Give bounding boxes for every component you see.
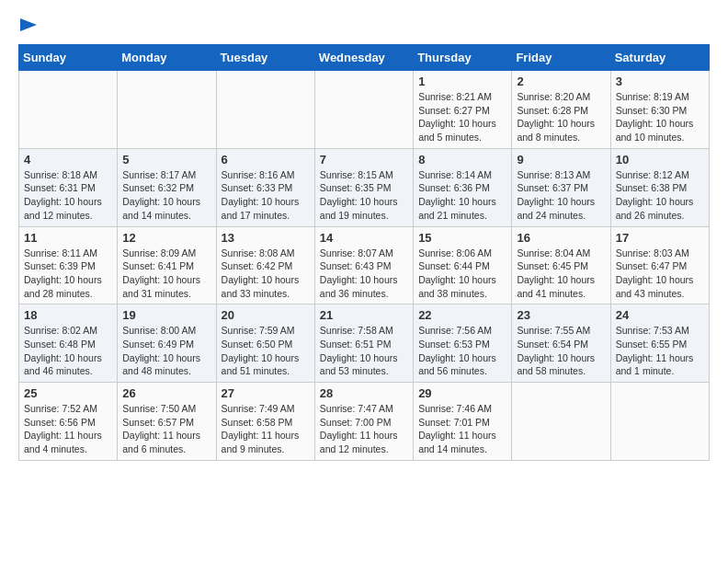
day-cell: 28Sunrise: 7:47 AMSunset: 7:00 PMDayligh… xyxy=(314,383,413,461)
day-cell: 29Sunrise: 7:46 AMSunset: 7:01 PMDayligh… xyxy=(414,383,512,461)
day-number: 18 xyxy=(24,308,112,322)
day-number: 26 xyxy=(122,386,210,400)
day-cell xyxy=(216,71,314,149)
week-row-4: 25Sunrise: 7:52 AMSunset: 6:56 PMDayligh… xyxy=(19,383,710,461)
day-detail: Sunrise: 8:02 AMSunset: 6:48 PMDaylight:… xyxy=(24,324,112,378)
week-row-2: 11Sunrise: 8:11 AMSunset: 6:39 PMDayligh… xyxy=(19,226,710,304)
day-cell: 17Sunrise: 8:03 AMSunset: 6:47 PMDayligh… xyxy=(610,226,709,304)
day-detail: Sunrise: 8:20 AMSunset: 6:28 PMDaylight:… xyxy=(517,90,605,144)
day-number: 14 xyxy=(320,231,408,245)
day-cell: 12Sunrise: 8:09 AMSunset: 6:41 PMDayligh… xyxy=(118,226,216,304)
header-thursday: Thursday xyxy=(414,45,512,71)
day-detail: Sunrise: 8:11 AMSunset: 6:39 PMDaylight:… xyxy=(24,247,112,301)
day-number: 22 xyxy=(418,308,506,322)
day-detail: Sunrise: 7:53 AMSunset: 6:55 PMDaylight:… xyxy=(616,324,704,378)
day-detail: Sunrise: 7:47 AMSunset: 7:00 PMDaylight:… xyxy=(320,402,408,456)
day-number: 3 xyxy=(616,75,704,88)
day-number: 13 xyxy=(222,231,310,245)
day-cell: 26Sunrise: 7:50 AMSunset: 6:57 PMDayligh… xyxy=(118,383,216,461)
day-cell: 27Sunrise: 7:49 AMSunset: 6:58 PMDayligh… xyxy=(216,383,314,461)
week-row-3: 18Sunrise: 8:02 AMSunset: 6:48 PMDayligh… xyxy=(19,304,710,383)
day-detail: Sunrise: 7:50 AMSunset: 6:57 PMDaylight:… xyxy=(122,402,210,456)
day-cell: 15Sunrise: 8:06 AMSunset: 6:44 PMDayligh… xyxy=(414,226,512,304)
header-saturday: Saturday xyxy=(610,45,709,71)
day-cell: 8Sunrise: 8:14 AMSunset: 6:36 PMDaylight… xyxy=(414,148,512,226)
day-number: 24 xyxy=(616,308,704,322)
day-cell: 22Sunrise: 7:56 AMSunset: 6:53 PMDayligh… xyxy=(414,304,512,383)
day-cell: 14Sunrise: 8:07 AMSunset: 6:43 PMDayligh… xyxy=(314,226,413,304)
day-number: 20 xyxy=(222,308,310,322)
day-number: 6 xyxy=(222,153,310,167)
day-cell: 11Sunrise: 8:11 AMSunset: 6:39 PMDayligh… xyxy=(19,226,118,304)
header-row: SundayMondayTuesdayWednesdayThursdayFrid… xyxy=(19,45,710,71)
day-number: 19 xyxy=(122,308,210,322)
logo-arrow-icon xyxy=(20,18,37,31)
day-detail: Sunrise: 8:04 AMSunset: 6:45 PMDaylight:… xyxy=(517,247,605,301)
day-cell xyxy=(118,71,216,149)
day-detail: Sunrise: 8:06 AMSunset: 6:44 PMDaylight:… xyxy=(418,247,506,301)
day-detail: Sunrise: 7:52 AMSunset: 6:56 PMDaylight:… xyxy=(24,402,112,456)
page-header xyxy=(18,18,710,35)
day-cell: 7Sunrise: 8:15 AMSunset: 6:35 PMDaylight… xyxy=(314,148,413,226)
day-number: 2 xyxy=(517,75,605,88)
day-number: 15 xyxy=(418,231,506,245)
day-cell: 20Sunrise: 7:59 AMSunset: 6:50 PMDayligh… xyxy=(216,304,314,383)
day-detail: Sunrise: 8:14 AMSunset: 6:36 PMDaylight:… xyxy=(418,168,506,223)
day-number: 23 xyxy=(517,308,605,322)
day-number: 16 xyxy=(517,231,605,245)
header-sunday: Sunday xyxy=(19,45,118,71)
calendar-table: SundayMondayTuesdayWednesdayThursdayFrid… xyxy=(18,44,710,461)
day-cell: 6Sunrise: 8:16 AMSunset: 6:33 PMDaylight… xyxy=(216,148,314,226)
week-row-1: 4Sunrise: 8:18 AMSunset: 6:31 PMDaylight… xyxy=(19,148,710,226)
day-number: 25 xyxy=(24,386,112,400)
day-number: 5 xyxy=(122,153,210,167)
day-cell xyxy=(314,71,413,149)
day-cell: 18Sunrise: 8:02 AMSunset: 6:48 PMDayligh… xyxy=(19,304,118,383)
day-detail: Sunrise: 7:49 AMSunset: 6:58 PMDaylight:… xyxy=(222,402,310,456)
day-cell xyxy=(610,383,709,461)
day-cell: 2Sunrise: 8:20 AMSunset: 6:28 PMDaylight… xyxy=(512,71,610,149)
day-detail: Sunrise: 8:09 AMSunset: 6:41 PMDaylight:… xyxy=(122,247,210,301)
day-number: 4 xyxy=(24,153,112,167)
day-cell: 25Sunrise: 7:52 AMSunset: 6:56 PMDayligh… xyxy=(19,383,118,461)
day-detail: Sunrise: 8:13 AMSunset: 6:37 PMDaylight:… xyxy=(517,168,605,223)
day-cell: 19Sunrise: 8:00 AMSunset: 6:49 PMDayligh… xyxy=(118,304,216,383)
day-number: 11 xyxy=(24,231,112,245)
day-cell: 9Sunrise: 8:13 AMSunset: 6:37 PMDaylight… xyxy=(512,148,610,226)
day-number: 17 xyxy=(616,231,704,245)
day-detail: Sunrise: 8:21 AMSunset: 6:27 PMDaylight:… xyxy=(418,90,506,144)
day-cell: 16Sunrise: 8:04 AMSunset: 6:45 PMDayligh… xyxy=(512,226,610,304)
day-number: 1 xyxy=(418,75,506,88)
day-detail: Sunrise: 7:59 AMSunset: 6:50 PMDaylight:… xyxy=(222,324,310,378)
day-cell: 23Sunrise: 7:55 AMSunset: 6:54 PMDayligh… xyxy=(512,304,610,383)
day-detail: Sunrise: 8:18 AMSunset: 6:31 PMDaylight:… xyxy=(24,168,112,223)
day-detail: Sunrise: 8:19 AMSunset: 6:30 PMDaylight:… xyxy=(616,90,704,144)
day-detail: Sunrise: 8:08 AMSunset: 6:42 PMDaylight:… xyxy=(222,247,310,301)
header-friday: Friday xyxy=(512,45,610,71)
day-cell: 10Sunrise: 8:12 AMSunset: 6:38 PMDayligh… xyxy=(610,148,709,226)
header-monday: Monday xyxy=(118,45,216,71)
day-number: 29 xyxy=(418,386,506,400)
day-cell: 24Sunrise: 7:53 AMSunset: 6:55 PMDayligh… xyxy=(610,304,709,383)
day-number: 8 xyxy=(418,153,506,167)
day-cell: 5Sunrise: 8:17 AMSunset: 6:32 PMDaylight… xyxy=(118,148,216,226)
day-detail: Sunrise: 8:00 AMSunset: 6:49 PMDaylight:… xyxy=(122,324,210,378)
day-cell: 21Sunrise: 7:58 AMSunset: 6:51 PMDayligh… xyxy=(314,304,413,383)
logo xyxy=(18,18,37,35)
day-detail: Sunrise: 7:56 AMSunset: 6:53 PMDaylight:… xyxy=(418,324,506,378)
day-detail: Sunrise: 8:15 AMSunset: 6:35 PMDaylight:… xyxy=(320,168,408,223)
day-cell: 4Sunrise: 8:18 AMSunset: 6:31 PMDaylight… xyxy=(19,148,118,226)
day-number: 7 xyxy=(320,153,408,167)
day-detail: Sunrise: 7:58 AMSunset: 6:51 PMDaylight:… xyxy=(320,324,408,378)
day-cell xyxy=(512,383,610,461)
day-cell: 1Sunrise: 8:21 AMSunset: 6:27 PMDaylight… xyxy=(414,71,512,149)
day-number: 27 xyxy=(222,386,310,400)
day-number: 10 xyxy=(616,153,704,167)
calendar-body: 1Sunrise: 8:21 AMSunset: 6:27 PMDaylight… xyxy=(19,71,710,461)
day-detail: Sunrise: 8:07 AMSunset: 6:43 PMDaylight:… xyxy=(320,247,408,301)
week-row-0: 1Sunrise: 8:21 AMSunset: 6:27 PMDaylight… xyxy=(19,71,710,149)
day-number: 12 xyxy=(122,231,210,245)
day-number: 9 xyxy=(517,153,605,167)
day-cell xyxy=(19,71,118,149)
day-detail: Sunrise: 7:55 AMSunset: 6:54 PMDaylight:… xyxy=(517,324,605,378)
